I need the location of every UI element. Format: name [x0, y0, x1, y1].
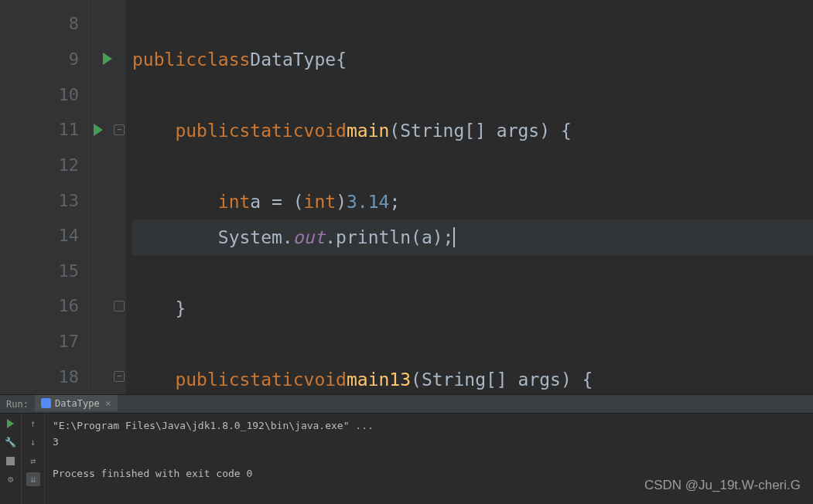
watermark: CSDN @Ju_19t.W-cheri.G	[644, 478, 801, 493]
code-editor[interactable]: public class DataType { public static vo…	[126, 0, 813, 394]
run-tab-name: DataType	[55, 398, 100, 409]
up-arrow-icon[interactable]: ↑	[26, 417, 40, 431]
line-number: 16	[48, 296, 79, 315]
line-number: 17	[48, 332, 79, 351]
line-number: 12	[48, 155, 79, 175]
wrench-icon[interactable]: 🔧	[4, 435, 18, 449]
line-number: 10	[48, 85, 79, 104]
stop-button[interactable]	[4, 454, 18, 468]
run-gutter-icon[interactable]	[94, 124, 103, 136]
down-arrow-icon[interactable]: ↓	[26, 435, 40, 449]
fold-collapse-icon[interactable]: −	[114, 371, 125, 382]
layout-icon[interactable]: ⚙	[4, 472, 18, 486]
line-number-gutter: 8 9 10 11 12 13 14 15 16 17 18	[0, 0, 89, 394]
line-number: 8	[48, 14, 79, 33]
line-number: 13	[48, 191, 79, 210]
line-number: 9	[48, 49, 79, 69]
close-tab-icon[interactable]: ×	[105, 397, 111, 409]
caret-icon	[453, 227, 455, 247]
rerun-button[interactable]	[4, 417, 18, 431]
fold-end-icon[interactable]	[114, 301, 125, 312]
class-file-icon	[41, 398, 51, 408]
run-label: Run:	[0, 399, 35, 410]
line-number: 15	[48, 261, 79, 281]
run-tab[interactable]: DataType ×	[35, 395, 118, 413]
line-number: 11	[48, 120, 79, 139]
line-number: 18	[48, 367, 79, 387]
soft-wrap-icon[interactable]: ⇄	[26, 454, 40, 468]
run-side-toolbar-2: ↑ ↓ ⇄ ⇊	[22, 414, 45, 504]
run-gutter-icon[interactable]	[103, 53, 112, 65]
run-side-toolbar: 🔧 ⚙	[0, 414, 22, 504]
scroll-end-icon[interactable]: ⇊	[26, 472, 40, 486]
run-panel-header: Run: DataType ×	[0, 395, 813, 414]
fold-collapse-icon[interactable]: −	[114, 124, 125, 135]
gutter-marker-column: − −	[89, 0, 126, 394]
line-number: 14	[48, 226, 79, 245]
